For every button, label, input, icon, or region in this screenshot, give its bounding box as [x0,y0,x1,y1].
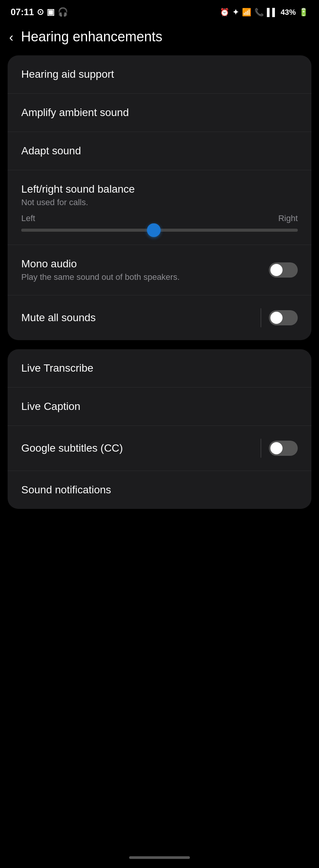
section1-card: Hearing aid support Amplify ambient soun… [8,55,311,340]
mono-audio-toggle-knob [270,264,283,276]
amplify-ambient-sound-item[interactable]: Amplify ambient sound [8,94,311,132]
amplify-ambient-sound-label: Amplify ambient sound [21,107,129,119]
screen-icon: ▣ [47,7,55,17]
slider-thumb[interactable] [147,223,161,237]
left-right-balance-sublabel: Not used for calls. [21,198,135,207]
mono-audio-sublabel: Play the same sound out of both speakers… [21,272,180,282]
slider-labels: Left Right [21,213,298,223]
left-right-balance-label: Left/right sound balance [21,183,135,195]
section2-card: Live Transcribe Live Caption Google subt… [8,349,311,509]
status-left: 07:11 ⊙ ▣ 🎧 [11,7,68,17]
hearing-aid-support-item[interactable]: Hearing aid support [8,55,311,94]
slider-right-label: Right [278,213,298,223]
mono-audio-label: Mono audio [21,258,180,270]
adapt-sound-label: Adapt sound [21,145,81,157]
page-title: Hearing enhancements [21,29,162,45]
bluetooth-icon: ✦ [232,8,239,17]
live-caption-item[interactable]: Live Caption [8,388,311,426]
mono-audio-item[interactable]: Mono audio Play the same sound out of bo… [8,245,311,295]
google-subtitles-item[interactable]: Google subtitles (CC) [8,426,311,471]
balance-slider-section: Left Right [21,213,298,232]
slider-track[interactable] [21,229,298,232]
slider-left-label: Left [21,213,35,223]
page-header: ‹ Hearing enhancements [0,21,319,55]
battery-icon: 🔋 [299,8,308,17]
mute-all-sounds-toggle-wrapper [261,308,298,327]
bottom-nav-indicator [129,856,190,859]
sim-icon: ⊙ [37,7,44,17]
status-bar: 07:11 ⊙ ▣ 🎧 ⏰ ✦ 📶 📞 ▌▌ 43% 🔋 [0,0,319,21]
toggle-divider [261,308,261,327]
alarm-icon: ⏰ [220,8,229,17]
adapt-sound-item[interactable]: Adapt sound [8,132,311,170]
wifi-icon: 📶 [242,8,251,17]
left-right-balance-item[interactable]: Left/right sound balance Not used for ca… [8,170,311,245]
live-transcribe-item[interactable]: Live Transcribe [8,349,311,388]
live-transcribe-label: Live Transcribe [21,362,93,374]
google-subtitles-toggle[interactable] [269,441,298,456]
status-time: 07:11 [11,7,34,17]
hearing-aid-support-label: Hearing aid support [21,68,114,80]
phone-icon: 📞 [254,8,264,17]
google-subtitles-divider [261,439,261,458]
google-subtitles-label: Google subtitles (CC) [21,442,123,454]
mute-all-sounds-item[interactable]: Mute all sounds [8,295,311,340]
live-caption-label: Live Caption [21,400,81,413]
google-subtitles-toggle-knob [270,442,283,454]
sound-notifications-label: Sound notifications [21,484,111,496]
google-subtitles-toggle-wrapper [261,439,298,458]
back-button[interactable]: ‹ [9,30,13,43]
sound-notifications-item[interactable]: Sound notifications [8,471,311,509]
mono-audio-toggle[interactable] [269,262,298,278]
battery-label: 43% [281,8,296,17]
mute-all-sounds-toggle-knob [270,312,283,324]
mute-all-sounds-toggle[interactable] [269,310,298,325]
mute-all-sounds-label: Mute all sounds [21,312,96,324]
status-right: ⏰ ✦ 📶 📞 ▌▌ 43% 🔋 [220,8,308,17]
headphone-icon: 🎧 [58,7,68,17]
signal-icon: ▌▌ [267,8,278,17]
